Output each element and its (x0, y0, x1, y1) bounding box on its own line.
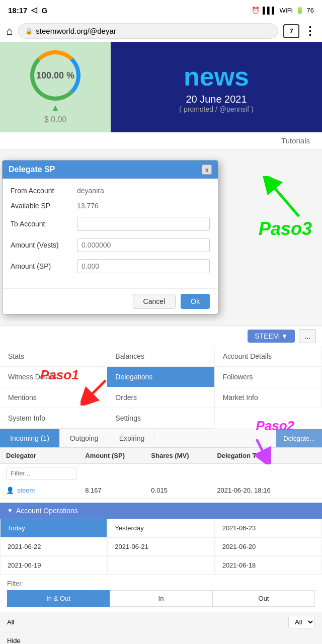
to-account-label: To Account (11, 220, 71, 228)
available-sp-label: Available SP (11, 202, 71, 210)
nav-item-witness-details[interactable]: Witness Details (0, 367, 107, 387)
date-cell-today[interactable]: Today (0, 519, 107, 537)
date-cell-0618[interactable]: 2021-06-18 (215, 556, 322, 575)
news-area: news 20 June 2021 ( promoted / @pennsif … (111, 42, 322, 132)
nav-item-system-info[interactable]: System Info (0, 408, 107, 429)
filter-buttons: In & Out In Out (7, 590, 315, 607)
steem-bar: STEEM ▼ ... (0, 326, 322, 346)
from-account-value: deyanira (77, 187, 210, 195)
tutorials-button[interactable]: Tutorials (277, 135, 314, 146)
date-cell-0622[interactable]: 2021-06-22 (0, 537, 107, 556)
navigation-grid: Stats Balances Account Details Witness D… (0, 346, 322, 429)
battery-icon: 🔋 (296, 7, 304, 14)
date-grid: Today Yesterday 2021-06-23 2021-06-22 20… (0, 519, 322, 575)
to-account-input[interactable] (77, 217, 210, 231)
date-cell-0619[interactable]: 2021-06-19 (0, 556, 107, 575)
delegator-cell: 👤 steem (6, 487, 85, 494)
modal-header: Delegate SP x (3, 160, 218, 179)
browser-menu-icon[interactable]: ⋮ (304, 25, 316, 38)
amount-vests-row: Amount (Vests) (11, 238, 210, 252)
filter-row (0, 464, 322, 482)
home-icon[interactable]: ⌂ (6, 25, 13, 38)
signal-label: G (41, 6, 47, 15)
available-sp-row: Available SP 13.776 (11, 202, 210, 210)
status-right: ⏰ ▌▌▌ WiFi 🔋 76 (252, 7, 314, 14)
tabs-counter[interactable]: 7 (283, 24, 299, 38)
col-delegator: Delegator (6, 452, 85, 459)
date-cell-0620[interactable]: 2021-06-20 (215, 537, 322, 556)
svg-line-0 (269, 181, 299, 216)
all-hide-row: All All (0, 612, 322, 633)
filter-in-out-button[interactable]: In & Out (7, 590, 110, 607)
nav-item-stats[interactable]: Stats (0, 346, 107, 367)
delegator-name[interactable]: steem (17, 487, 35, 494)
all-select[interactable]: All (288, 616, 315, 628)
wifi-icon: WiFi (280, 7, 293, 14)
paso3-label: Paso3 (259, 218, 312, 239)
hide-label: Hide (7, 637, 21, 644)
nav-item-market-info[interactable]: Market Info (215, 387, 322, 408)
nav-item-delegations[interactable]: Delegations (107, 367, 214, 387)
nav-item-balances[interactable]: Balances (107, 346, 214, 367)
delegate-button[interactable]: Delegate... (276, 429, 322, 447)
nav-item-followers[interactable]: Followers (215, 367, 322, 387)
gauge-arrow-icon: ▲ (51, 103, 60, 113)
filter-in-button[interactable]: In (110, 590, 212, 607)
to-account-row: To Account (11, 217, 210, 231)
alarm-icon: ⏰ (252, 7, 260, 14)
paso3-arrow-icon (259, 176, 304, 221)
account-operations-title: Account Operations (16, 507, 78, 515)
delegate-sp-modal: Delegate SP x From Account deyanira Avai… (2, 160, 218, 314)
col-shares-mv: Shares (MV) (151, 452, 217, 459)
url-bar[interactable]: 🔒 steemworld.org/@deyar (18, 23, 278, 39)
tutorials-bar: Tutorials (0, 132, 322, 149)
amount-vests-input[interactable] (77, 238, 210, 252)
all-label: All (7, 618, 14, 626)
col-delegation-time: Delegation Time (217, 452, 316, 459)
status-time: 18:17 (8, 6, 27, 15)
cancel-button[interactable]: Cancel (133, 294, 176, 309)
steem-label: STEEM (255, 332, 279, 340)
row-amount: 8.167 (85, 487, 151, 494)
nav-section: Paso1 Stats Balances Account Details Wit… (0, 346, 322, 429)
tab-outgoing[interactable]: Outgoing (60, 429, 109, 447)
table-header: Delegator Amount (SP) Shares (MV) Delega… (0, 448, 322, 464)
row-time: 2021-06-20, 18:16 (217, 487, 316, 494)
nav-item-account-details[interactable]: Account Details (215, 346, 322, 367)
nav-item-mentions[interactable]: Mentions (0, 387, 107, 408)
delegation-filter-input[interactable] (6, 467, 76, 479)
steem-button[interactable]: STEEM ▼ (248, 330, 295, 343)
gauge-circle: 100.00 % (30, 50, 80, 101)
filter-out-button[interactable]: Out (212, 590, 315, 607)
hide-row: Hide (0, 633, 322, 644)
tab-incoming[interactable]: Incoming (1) (0, 429, 60, 447)
filter-section: Filter In & Out In Out (0, 575, 322, 612)
date-cell-0621[interactable]: 2021-06-21 (107, 537, 214, 556)
account-operations-header: ▼ Account Operations (0, 503, 322, 519)
date-cell-0623[interactable]: 2021-06-23 (215, 519, 322, 537)
nav-item-orders[interactable]: Orders (107, 387, 214, 408)
ok-button[interactable]: Ok (181, 294, 210, 309)
date-cell-empty (107, 556, 214, 575)
browser-bar: ⌂ 🔒 steemworld.org/@deyar 7 ⋮ (0, 20, 322, 42)
nav-item-settings[interactable]: Settings (107, 408, 214, 429)
delegation-table: Delegator Amount (SP) Shares (MV) Delega… (0, 448, 322, 503)
paso3-annotation: Paso3 (259, 176, 312, 239)
person-icon: 👤 (6, 487, 14, 494)
row-shares: 0.015 (151, 487, 217, 494)
tab-expiring[interactable]: Expiring (109, 429, 155, 447)
page-top: 100.00 % ▲ $ 0.00 news 20 June 2021 ( pr… (0, 42, 322, 132)
modal-body: From Account deyanira Available SP 13.77… (3, 179, 218, 288)
news-sub: ( promoted / @pennsif ) (179, 105, 253, 113)
steem-dots-button[interactable]: ... (299, 329, 316, 343)
modal-close-button[interactable]: x (202, 165, 212, 175)
status-left: 18:17 ◁ G (8, 6, 47, 15)
section-arrow-icon: ▼ (7, 507, 13, 514)
news-date: 20 June 2021 (186, 94, 247, 105)
amount-sp-input[interactable] (77, 259, 210, 273)
delegation-tabs: Incoming (1) Outgoing Expiring Delegate.… (0, 429, 322, 448)
date-cell-yesterday[interactable]: Yesterday (107, 519, 214, 537)
tabs-section: Paso2 Incoming (1) Outgoing Expiring Del… (0, 429, 322, 448)
nav-icon: ◁ (31, 6, 37, 15)
col-amount-sp: Amount (SP) (85, 452, 151, 459)
